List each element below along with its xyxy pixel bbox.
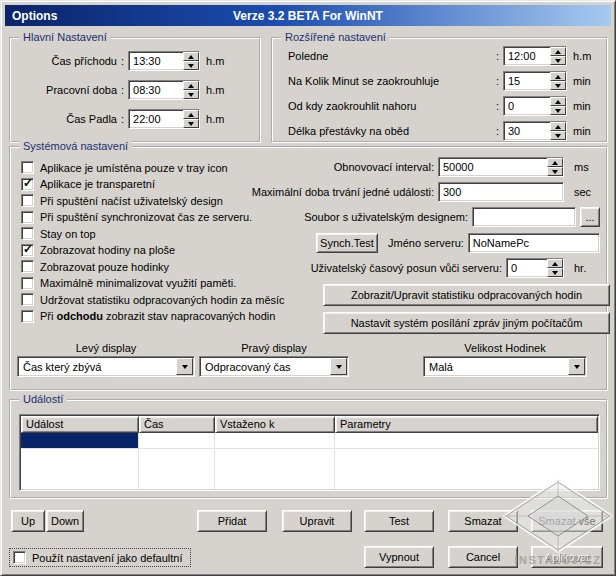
spin-down-icon[interactable] <box>183 119 199 128</box>
spin-down-icon[interactable] <box>550 131 566 140</box>
time-offset-row: Uživatelský časový posun vůči serveru: h… <box>311 258 600 278</box>
checkbox[interactable] <box>21 194 34 207</box>
clock-size-select[interactable]: Malá <box>423 356 587 377</box>
events-table-body[interactable] <box>21 433 598 489</box>
max-duration-row: Maximální doba trvání jedné události: se… <box>252 182 600 202</box>
checkbox[interactable] <box>21 260 34 273</box>
round-minutes-input[interactable] <box>504 72 550 90</box>
checkbox-show-hours-on-exit[interactable]: Při odchodu zobrazit stav napracovaných … <box>21 310 285 323</box>
checkbox-tray-only[interactable]: Aplikace je umístěna pouze v tray icon <box>21 161 285 174</box>
title-bar[interactable]: Options Verze 3.2 BETA For WinNT <box>5 5 611 26</box>
delete-button[interactable]: Smazat <box>448 510 518 532</box>
checkbox-transparent[interactable]: Aplikace je transparetní <box>21 178 285 191</box>
spin-up-icon[interactable] <box>550 72 566 81</box>
column-header-params[interactable]: Parametry <box>335 416 598 433</box>
checkbox-monthly-stats[interactable]: Udržovat statistiku odpracovaných hodin … <box>21 293 285 306</box>
delete-all-button[interactable]: Smazat vše <box>531 510 603 532</box>
spinner[interactable] <box>183 81 199 99</box>
checkbox-load-design[interactable]: Při spuštění načíst uživatelský design <box>21 194 285 207</box>
spinner[interactable] <box>550 47 566 65</box>
spin-up-icon[interactable] <box>550 47 566 56</box>
design-file-input[interactable] <box>473 208 575 226</box>
spin-up-icon[interactable] <box>550 97 566 106</box>
spin-up-icon[interactable] <box>183 52 199 61</box>
selected-event-row[interactable] <box>21 433 138 448</box>
stats-button[interactable]: Zobrazit/Upravit statistiku odpracovanýc… <box>323 284 610 306</box>
shutdown-button[interactable]: Vypnout <box>364 546 434 568</box>
checkbox-sync-time[interactable]: Při spuštění synchronizovat čas ze serve… <box>21 211 285 224</box>
events-table[interactable]: Událost Čas Vstaženo k Parametry <box>19 414 600 491</box>
spinner[interactable] <box>550 72 566 90</box>
spin-up-icon[interactable] <box>183 81 199 90</box>
end-time-input[interactable] <box>129 110 183 128</box>
end-time-row: Čas Padla : h.m <box>11 109 259 129</box>
spin-down-icon[interactable] <box>550 81 566 90</box>
checkbox[interactable] <box>21 211 34 224</box>
checkbox-show-clock-desktop[interactable]: Zobrazovat hodiny na ploše <box>21 244 285 257</box>
spin-down-icon[interactable] <box>547 268 563 277</box>
spinner[interactable] <box>550 97 566 115</box>
spin-up-icon[interactable] <box>547 158 563 167</box>
server-name-input[interactable] <box>469 234 599 252</box>
checkbox-stay-on-top[interactable]: Stay on top <box>21 227 285 240</box>
spin-down-icon[interactable] <box>550 56 566 65</box>
browse-button[interactable]: ... <box>580 207 600 227</box>
refresh-interval-input[interactable] <box>439 158 547 176</box>
down-button[interactable]: Down <box>46 510 84 532</box>
round-minutes-row: Na Kolik Minut se zaokrouhluje : min <box>273 71 606 91</box>
unit-label: h.m <box>206 113 232 125</box>
up-button[interactable]: Up <box>11 510 45 532</box>
edit-button[interactable]: Upravit <box>282 510 352 532</box>
checkbox[interactable] <box>13 551 26 564</box>
max-duration-input[interactable] <box>439 183 563 201</box>
chevron-down-icon[interactable] <box>176 358 193 375</box>
field-label: Jméno serveru: <box>388 237 464 249</box>
checkbox[interactable] <box>21 227 34 240</box>
spinner[interactable] <box>550 122 566 140</box>
spinner[interactable] <box>547 158 563 176</box>
separator: : <box>121 55 124 67</box>
end-time-field <box>128 109 200 129</box>
checkbox[interactable] <box>21 178 34 191</box>
spinner[interactable] <box>547 259 563 277</box>
spin-down-icon[interactable] <box>547 167 563 176</box>
checkbox-minimize-memory[interactable]: Maximálně minimalizovat využití paměti. <box>21 277 285 290</box>
spin-down-icon[interactable] <box>183 90 199 99</box>
default-settings-checkbox[interactable]: Použít nastavení jako defaultní <box>9 548 191 567</box>
checkbox-label: Při spuštění synchronizovat čas ze serve… <box>40 211 252 223</box>
spin-up-icon[interactable] <box>547 259 563 268</box>
test-button[interactable]: Test <box>364 510 434 532</box>
lunch-break-input[interactable] <box>504 122 550 140</box>
spin-down-icon[interactable] <box>550 106 566 115</box>
checkbox[interactable] <box>21 277 34 290</box>
chevron-down-icon[interactable] <box>568 358 585 375</box>
column-header-event[interactable]: Událost <box>21 416 139 433</box>
checkbox-label: Maximálně minimalizovat využití paměti. <box>40 277 236 289</box>
messages-button[interactable]: Nastavit systém posílání zpráv jiným poč… <box>323 312 610 334</box>
apply-button[interactable]: Aplikovat <box>531 546 603 568</box>
spin-down-icon[interactable] <box>183 61 199 70</box>
add-button[interactable]: Přidat <box>197 510 267 532</box>
spinner[interactable] <box>183 52 199 70</box>
checkbox-show-clock-only[interactable]: Zobrazovat pouze hodinky <box>21 260 285 273</box>
checkbox[interactable] <box>21 244 34 257</box>
checkbox[interactable] <box>21 293 34 306</box>
arrival-time-input[interactable] <box>129 52 183 70</box>
round-up-input[interactable] <box>504 97 550 115</box>
column-header-related[interactable]: Vstaženo k <box>215 416 335 433</box>
checkbox[interactable] <box>21 310 34 323</box>
spin-up-icon[interactable] <box>183 110 199 119</box>
time-offset-input[interactable] <box>507 259 547 277</box>
spin-up-icon[interactable] <box>550 122 566 131</box>
chevron-down-icon[interactable] <box>330 358 347 375</box>
noon-input[interactable] <box>504 47 550 65</box>
synch-test-button[interactable]: Synch.Test <box>316 233 378 253</box>
left-display-select[interactable]: Čas který zbývá <box>17 356 195 377</box>
checkbox[interactable] <box>21 161 34 174</box>
spinner[interactable] <box>183 110 199 128</box>
right-display-select[interactable]: Odpracovaný čas <box>199 356 349 377</box>
work-hours-input[interactable] <box>129 81 183 99</box>
column-header-time[interactable]: Čas <box>139 416 215 433</box>
design-file-field <box>472 207 576 227</box>
cancel-button[interactable]: Cancel <box>448 546 518 568</box>
